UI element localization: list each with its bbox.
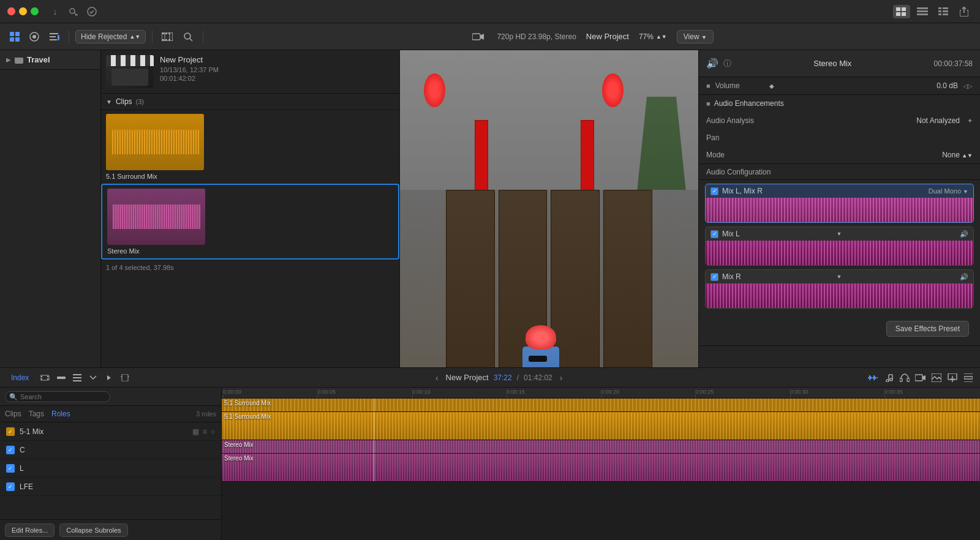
video-icon-btn[interactable] bbox=[914, 371, 927, 384]
mode-value[interactable]: None ▲▼ bbox=[760, 151, 973, 159]
library-header[interactable]: ▶ Travel bbox=[0, 50, 100, 70]
chevron-down-icon-btn[interactable] bbox=[86, 371, 100, 384]
audio-waveform-icon-btn[interactable] bbox=[866, 371, 880, 384]
fullscreen-button[interactable] bbox=[31, 7, 39, 15]
headphones-icon-btn[interactable] bbox=[898, 371, 911, 384]
audio-enhancements-header[interactable]: ■ Audio Enhancements bbox=[699, 95, 980, 112]
titles-icon-btn[interactable] bbox=[45, 29, 62, 45]
svg-rect-13 bbox=[938, 10, 941, 12]
track-row: 5.1 Surround Mix bbox=[222, 399, 980, 412]
svg-rect-25 bbox=[50, 39, 57, 40]
svg-rect-29 bbox=[165, 33, 167, 34]
mix-channel-l-header: ✓ Mix L ▼ 🔊 bbox=[706, 227, 973, 241]
collapse-icon-btn[interactable] bbox=[70, 371, 84, 384]
volume-label: Volume bbox=[715, 81, 764, 90]
library-arrow-icon: ▶ bbox=[6, 56, 11, 63]
film-icon-btn[interactable] bbox=[159, 29, 176, 45]
list-item[interactable]: ✓ LFE bbox=[0, 478, 221, 496]
download-icon-btn[interactable] bbox=[946, 371, 959, 384]
svg-rect-31 bbox=[162, 39, 164, 40]
svg-rect-32 bbox=[165, 39, 167, 40]
svg-rect-56 bbox=[73, 377, 81, 378]
audio-wand-icon[interactable]: ✦ bbox=[967, 117, 973, 125]
mix-channel-r[interactable]: ✓ Mix R ▼ 🔊 bbox=[705, 269, 974, 309]
minimize-icon-btn[interactable] bbox=[55, 371, 68, 384]
list-view-button[interactable] bbox=[914, 5, 931, 18]
photos-icon-btn[interactable] bbox=[26, 29, 43, 45]
list-item[interactable]: ✓ C bbox=[0, 441, 221, 459]
role-51mix-checkbox[interactable]: ✓ bbox=[6, 427, 15, 436]
tab-tags[interactable]: Tags bbox=[29, 408, 44, 419]
role-c-checkbox[interactable]: ✓ bbox=[6, 446, 15, 454]
pan-row: Pan bbox=[699, 129, 980, 146]
surround-clip-thumbnail bbox=[106, 114, 204, 170]
edit-roles-button[interactable]: Edit Roles... bbox=[5, 523, 55, 537]
list-item[interactable]: Stereo Mix bbox=[101, 184, 399, 260]
project-date: 10/13/16, 12:37 PM bbox=[160, 66, 394, 73]
svg-rect-15 bbox=[938, 13, 941, 15]
svg-point-0 bbox=[70, 9, 75, 13]
playhead-track1 bbox=[374, 399, 374, 411]
zoom-dropdown[interactable]: 77% ▲▼ bbox=[639, 32, 667, 41]
tab-roles[interactable]: Roles bbox=[51, 408, 70, 419]
filmstrip-icon-btn[interactable] bbox=[39, 371, 52, 384]
view-button[interactable]: View ▼ bbox=[677, 30, 714, 43]
tab-clips[interactable]: Clips bbox=[5, 408, 21, 419]
mix-lr-checkbox[interactable]: ✓ bbox=[710, 187, 718, 195]
svg-rect-24 bbox=[50, 36, 56, 37]
close-button[interactable] bbox=[7, 7, 15, 15]
collapse-subroles-button[interactable]: Collapse Subroles bbox=[59, 523, 127, 537]
svg-line-37 bbox=[190, 39, 192, 41]
mix-l-arrow-icon: ▼ bbox=[837, 231, 842, 237]
ruler-mark: 0:00:25 bbox=[695, 389, 790, 398]
project-info: New Project 10/13/16, 12:37 PM 00:01:42:… bbox=[160, 55, 394, 82]
close-timeline-icon-btn[interactable] bbox=[962, 371, 975, 384]
info-icon[interactable]: ⓘ bbox=[723, 58, 731, 69]
list-item[interactable]: ✓ L bbox=[0, 459, 221, 478]
selection-icon-btn[interactable] bbox=[118, 371, 132, 384]
mix-r-checkbox[interactable]: ✓ bbox=[710, 273, 718, 281]
stereo-clip-thumbnail bbox=[107, 189, 205, 245]
search-input[interactable] bbox=[5, 391, 110, 402]
clips-section-header[interactable]: ▼ Clips (3) bbox=[101, 94, 399, 110]
role-circle-icon: ○ bbox=[211, 427, 215, 436]
share-button[interactable] bbox=[956, 5, 973, 18]
svg-rect-26 bbox=[58, 35, 59, 40]
browser-project-section: New Project 10/13/16, 12:37 PM 00:01:42:… bbox=[101, 50, 399, 94]
role-lfe-checkbox[interactable]: ✓ bbox=[6, 482, 15, 491]
check-icon[interactable] bbox=[85, 5, 99, 18]
list-item[interactable]: ✓ 5-1 Mix ▦ ≡ ○ bbox=[0, 422, 221, 441]
audio-analysis-row: Audio Analysis Not Analyzed ✦ bbox=[699, 112, 980, 129]
bg-icon-btn[interactable] bbox=[930, 371, 943, 384]
search-icon-btn[interactable] bbox=[179, 29, 197, 45]
mix-l-checkbox[interactable]: ✓ bbox=[710, 230, 718, 238]
svg-point-22 bbox=[32, 35, 36, 39]
tl-prev-btn[interactable]: ‹ bbox=[432, 372, 442, 384]
inspector-button[interactable] bbox=[935, 5, 952, 18]
camera-icon-btn[interactable] bbox=[470, 29, 487, 45]
arrow-icon-btn[interactable] bbox=[102, 371, 116, 384]
mix-channel-lr[interactable]: ✓ Mix L, Mix R Dual Mono ▼ bbox=[705, 184, 974, 223]
library-icon-btn[interactable] bbox=[6, 29, 23, 45]
hide-rejected-dropdown[interactable]: Hide Rejected ▲▼ bbox=[75, 30, 146, 43]
timeline-left-icons bbox=[39, 371, 132, 384]
list-item[interactable]: 5.1 Surround Mix bbox=[101, 110, 399, 184]
svg-rect-12 bbox=[943, 7, 948, 9]
save-effects-preset-button[interactable]: Save Effects Preset bbox=[886, 321, 969, 337]
music-icon-btn[interactable] bbox=[882, 371, 895, 384]
tab-index[interactable]: Index bbox=[5, 372, 35, 384]
tl-next-btn[interactable]: › bbox=[556, 372, 567, 384]
traffic-lights bbox=[7, 7, 39, 15]
grid-view-button[interactable] bbox=[893, 5, 910, 18]
role-l-checkbox[interactable]: ✓ bbox=[6, 464, 15, 473]
svg-rect-7 bbox=[902, 12, 906, 16]
minimize-button[interactable] bbox=[19, 7, 27, 15]
key-icon[interactable] bbox=[67, 5, 80, 18]
mix-lr-type[interactable]: Dual Mono ▼ bbox=[929, 187, 968, 195]
mix-channel-l[interactable]: ✓ Mix L ▼ 🔊 bbox=[705, 227, 974, 266]
back-icon[interactable]: ↓ bbox=[48, 5, 62, 18]
project-item[interactable]: New Project 10/13/16, 12:37 PM 00:01:42:… bbox=[106, 55, 394, 88]
ruler-mark: 0:00:00 bbox=[223, 389, 317, 398]
media-import-section bbox=[6, 29, 62, 45]
svg-rect-23 bbox=[50, 33, 58, 34]
